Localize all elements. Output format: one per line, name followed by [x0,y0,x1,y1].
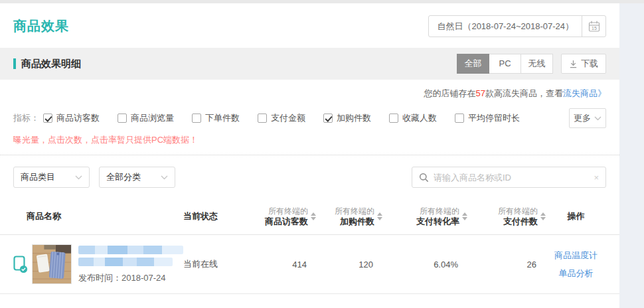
metric-label: 商品浏览量 [131,112,174,124]
actions-cell: 商品温度计 单品分析 [546,246,606,282]
metric-item-favorites[interactable]: 收藏人数 [389,112,437,124]
checkbox-checked-icon[interactable] [43,114,52,123]
metric-item-pageviews[interactable]: 商品浏览量 [118,112,174,124]
checkbox-checked-icon[interactable] [323,114,333,123]
clear-search-icon[interactable]: × [594,173,599,182]
metric-label: 收藏人数 [402,112,437,124]
category-dropdown-value: 商品类目 [21,171,55,183]
download-label: 下载 [581,58,598,70]
col-header-scope: 所有终端的 [265,206,308,216]
col-header-scope: 所有终端的 [335,206,374,216]
chevron-down-icon [594,116,602,121]
metrics-row: 指标： 商品访客数 商品浏览量 下单件数 支付金额 加购件数 [0,100,619,128]
date-range-picker[interactable]: 自然日（2018-07-24~2018-07-24） 15 [428,15,606,37]
col-header-cart-adds[interactable]: 所有终端的 加购件数 [316,206,382,226]
pc-data-warning: 曝光量，点击次数，点击率暂只提供PC端数据！ [0,128,619,155]
metric-label: 平均停留时长 [468,112,520,124]
col-header-product-name: 商品名称 [13,210,183,222]
col-header-metric: 商品访客数 [265,216,308,226]
metric-label: 加购件数 [337,112,371,124]
more-label: 更多 [574,112,591,124]
tab-pc[interactable]: PC [489,54,521,74]
section-header: 商品效果明细 全部 PC 无线 下载 [0,48,619,80]
content-area: 商品效果 自然日（2018-07-24~2018-07-24） 15 [0,3,619,294]
page-header: 商品效果 自然日（2018-07-24~2018-07-24） 15 [0,3,619,48]
section-title: 商品效果明细 [13,58,81,70]
checkbox-icon[interactable] [192,114,201,123]
product-cell: 发布时间：2018-07-24 [13,244,183,284]
metric-label: 下单件数 [205,112,240,124]
metric-item-dwell-time[interactable]: 平均停留时长 [455,112,520,124]
col-header-conversion[interactable]: 所有终端的 支付转化率 [382,206,467,226]
blurred-product-name-line2[interactable] [78,258,173,266]
notice-count: 57 [476,88,485,98]
product-search-box: × [412,167,606,188]
date-range-text: 自然日（2018-07-24~2018-07-24） [429,21,582,33]
category-dropdown[interactable]: 商品类目 [13,167,90,188]
churn-products-link[interactable]: 流失商品》 [563,88,606,98]
paid-items-value: 26 [467,260,546,270]
page-background-gutter [619,3,644,308]
blurred-product-name-line1[interactable] [78,246,183,254]
conversion-value: 6.04% [382,260,467,270]
metric-item-orders[interactable]: 下单件数 [192,112,240,124]
col-header-paid-items[interactable]: 所有终端的 支付件数 [467,206,546,226]
download-button[interactable]: 下载 [561,54,606,74]
single-item-analysis-link[interactable]: 单品分析 [546,264,606,282]
col-header-metric: 支付件数 [498,216,538,226]
metric-label: 商品访客数 [56,112,100,124]
section-title-label: 商品效果明细 [21,58,81,70]
churn-notice: 您的店铺存在57款高流失商品，查看流失商品》 [0,80,619,100]
search-icon [419,173,429,183]
filters-row: 商品类目 全部分类 × [0,155,619,198]
notice-prefix: 您的店铺存在 [424,88,476,98]
col-header-actions: 操作 [546,210,606,222]
terminal-tabs: 全部 PC 无线 [457,54,553,74]
tab-all[interactable]: 全部 [457,54,489,74]
tab-wireless[interactable]: 无线 [521,54,553,74]
checkbox-icon[interactable] [389,114,398,123]
download-icon [569,60,578,68]
checkbox-icon[interactable] [118,114,127,123]
mobile-verified-icon [13,256,28,273]
classification-dropdown[interactable]: 全部分类 [99,167,175,188]
metric-item-visitors[interactable]: 商品访客数 [43,112,100,124]
col-header-metric: 加购件数 [335,216,374,226]
classification-dropdown-value: 全部分类 [106,171,141,183]
col-header-scope: 所有终端的 [498,206,538,216]
table-header-row: 商品名称 当前状态 所有终端的 商品访客数 所有终端的 加购件数 所有终端的 [0,198,619,235]
metric-item-payment-amount[interactable]: 支付金额 [258,112,305,124]
cart-adds-value: 120 [316,260,382,270]
sort-icon[interactable] [377,212,382,220]
col-header-status: 当前状态 [183,210,250,222]
search-input[interactable] [434,173,589,183]
publish-time: 发布时间：2018-07-24 [78,272,183,284]
notice-middle: 款高流失商品，查看 [485,88,563,98]
product-effect-page: 商品效果 自然日（2018-07-24~2018-07-24） 15 [0,0,644,308]
table-row: 发布时间：2018-07-24 当前在线 414 120 6.04% 26 商品… [0,235,619,294]
section-accent-bar [13,58,16,69]
status-cell: 当前在线 [183,258,250,270]
product-name-block: 发布时间：2018-07-24 [78,244,183,284]
sort-icon[interactable] [462,212,467,220]
checkbox-icon[interactable] [455,114,464,123]
more-metrics-button[interactable]: 更多 [569,108,606,128]
page-title: 商品效果 [13,17,69,35]
svg-text:15: 15 [592,26,597,31]
visitors-value: 414 [250,260,316,270]
calendar-icon[interactable]: 15 [582,16,605,37]
metric-item-cart-adds[interactable]: 加购件数 [323,112,371,124]
metric-label: 支付金额 [271,112,305,124]
col-header-metric: 支付转化率 [416,216,459,226]
product-thermometer-link[interactable]: 商品温度计 [546,246,606,264]
checkbox-icon[interactable] [258,114,267,123]
col-header-scope: 所有终端的 [416,206,459,216]
product-thumbnail[interactable] [32,244,72,284]
chevron-down-icon [161,175,168,180]
metrics-label: 指标： [13,112,39,124]
sort-icon[interactable] [540,212,546,220]
col-header-visitors[interactable]: 所有终端的 商品访客数 [250,206,316,226]
sort-icon[interactable] [311,212,316,220]
chevron-down-icon [75,175,82,180]
